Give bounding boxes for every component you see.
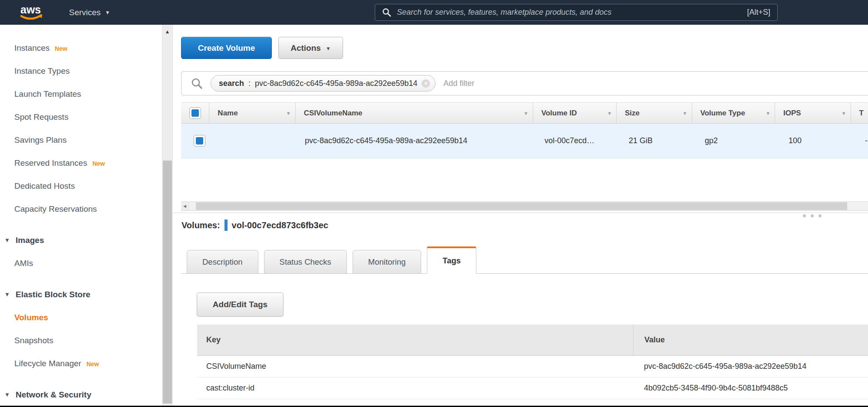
scroll-up-icon[interactable]: ▲ bbox=[162, 29, 172, 35]
volumes-table: Name ▼ CSIVolumeName ▼ Volume ID ▼ Size … bbox=[181, 102, 868, 158]
add-edit-tags-button[interactable]: Add/Edit Tags bbox=[197, 292, 284, 317]
sort-caret-icon[interactable]: ▼ bbox=[766, 111, 770, 116]
sidebar-item-lifecycle-manager[interactable]: Lifecycle Manager New bbox=[0, 352, 162, 375]
tag-row[interactable]: cast:cluster-id 4b092cb5-3458-4f90-9b4c-… bbox=[197, 377, 868, 399]
new-badge: New bbox=[55, 45, 67, 52]
active-filter-tag[interactable]: search : pvc-8ac9d62c-c645-495a-989a-ac2… bbox=[211, 75, 436, 92]
select-all-checkbox[interactable] bbox=[189, 107, 201, 119]
sidebar-item-instances[interactable]: Instances New bbox=[0, 36, 162, 59]
tab-monitoring[interactable]: Monitoring bbox=[353, 250, 421, 274]
row-select-cell bbox=[181, 135, 210, 147]
column-header-volume-id[interactable]: Volume ID ▼ bbox=[533, 103, 617, 123]
select-all-cell bbox=[181, 103, 209, 123]
actions-caret-icon: ▼ bbox=[326, 46, 331, 52]
sort-caret-icon[interactable]: ▼ bbox=[607, 111, 612, 116]
tag-row[interactable]: CSIVolumeName pvc-8ac9d62c-c645-495a-989… bbox=[197, 356, 868, 377]
column-label: IOPS bbox=[783, 109, 839, 118]
sidebar-section-images[interactable]: ▼ Images bbox=[0, 229, 162, 252]
sidebar-item-instance-types[interactable]: Instance Types bbox=[0, 59, 162, 82]
global-search-box[interactable]: [Alt+S] bbox=[375, 4, 778, 21]
global-search-input[interactable] bbox=[397, 8, 741, 17]
sidebar-item-capacity-reservations[interactable]: Capacity Reservations bbox=[0, 197, 162, 220]
sidebar-item-savings-plans[interactable]: Savings Plans bbox=[0, 128, 162, 151]
volumes-filter-bar[interactable]: search : pvc-8ac9d62c-c645-495a-989a-ac2… bbox=[181, 71, 868, 95]
sidebar-scrollbar-thumb[interactable] bbox=[163, 161, 172, 404]
column-header-size[interactable]: Size ▼ bbox=[617, 103, 692, 123]
sidebar-section-network-security[interactable]: ▼ Network & Security bbox=[0, 383, 162, 406]
tags-table: Key Value CSIVolumeName pvc-8ac9d62c-c64… bbox=[197, 325, 868, 399]
section-caret-icon: ▼ bbox=[4, 391, 16, 398]
sort-caret-icon[interactable]: ▼ bbox=[286, 111, 291, 116]
services-menu[interactable]: Services ▼ bbox=[69, 0, 110, 25]
sidebar-item-label: Instances bbox=[14, 43, 50, 53]
sidebar-item-label: Spot Requests bbox=[14, 112, 69, 122]
sidebar-section-label: Elastic Block Store bbox=[16, 290, 90, 299]
sidebar-item-amis[interactable]: AMIs bbox=[0, 252, 162, 275]
pane-divider bbox=[173, 213, 868, 213]
sidebar-item-snapshots[interactable]: Snapshots bbox=[0, 329, 162, 352]
scroll-left-icon[interactable]: ◀ bbox=[181, 202, 189, 210]
tab-status-checks[interactable]: Status Checks bbox=[264, 250, 347, 274]
filter-key: search bbox=[219, 79, 244, 88]
sidebar-scrollbar[interactable]: ▲ bbox=[162, 25, 173, 406]
tag-key: cast:cluster-id bbox=[197, 384, 633, 393]
tag-value: pvc-8ac9d62c-c645-495a-989a-ac292ee59b14 bbox=[633, 362, 868, 371]
sidebar-item-launch-templates[interactable]: Launch Templates bbox=[0, 82, 162, 105]
filter-value: pvc-8ac9d62c-c645-495a-989a-ac292ee59b14 bbox=[255, 79, 417, 88]
sort-caret-icon[interactable]: ▼ bbox=[524, 111, 528, 116]
column-header-csivolumename[interactable]: CSIVolumeName ▼ bbox=[296, 103, 533, 123]
volumes-table-header: Name ▼ CSIVolumeName ▼ Volume ID ▼ Size … bbox=[181, 102, 868, 124]
sidebar-item-label: AMIs bbox=[14, 259, 33, 268]
search-icon bbox=[382, 8, 391, 17]
filter-separator: : bbox=[248, 79, 251, 88]
filter-remove-icon[interactable]: × bbox=[422, 79, 430, 88]
column-label: Name bbox=[218, 109, 283, 118]
sidebar-section-label: Images bbox=[16, 236, 44, 245]
volume-table-row[interactable]: pvc-8ac9d62c-c645-495a-989a-ac292ee59b14… bbox=[181, 124, 868, 158]
column-label: T bbox=[859, 109, 864, 118]
column-label: Volume ID bbox=[541, 109, 605, 118]
detail-volume-id: vol-00c7ecd873c6fb3ec bbox=[232, 220, 328, 230]
column-label: Size bbox=[625, 109, 680, 118]
sort-caret-icon[interactable]: ▼ bbox=[683, 111, 687, 116]
actions-button[interactable]: Actions ▼ bbox=[278, 37, 343, 59]
sidebar-item-label: Lifecycle Manager bbox=[14, 359, 81, 368]
column-header-iops[interactable]: IOPS ▼ bbox=[775, 103, 851, 123]
tab-description[interactable]: Description bbox=[187, 250, 258, 274]
ec2-sidebar: Instances New Instance Types Launch Temp… bbox=[0, 25, 162, 406]
horizontal-scrollbar-thumb[interactable] bbox=[196, 202, 847, 210]
cell-size: 21 GiB bbox=[620, 136, 696, 145]
column-header-throughput[interactable]: T bbox=[851, 103, 868, 123]
pane-resize-handle-icon[interactable] bbox=[803, 214, 822, 217]
column-label: Volume Type bbox=[700, 109, 763, 118]
section-caret-icon: ▼ bbox=[4, 291, 16, 298]
sidebar-section-elastic-block-store[interactable]: ▼ Elastic Block Store bbox=[0, 283, 162, 306]
create-volume-button[interactable]: Create Volume bbox=[181, 37, 272, 59]
text-cursor-bar bbox=[224, 220, 228, 231]
sidebar-item-label: Instance Types bbox=[14, 66, 69, 76]
search-shortcut-hint: [Alt+S] bbox=[747, 8, 770, 17]
new-badge: New bbox=[92, 160, 105, 167]
sidebar-item-volumes[interactable]: Volumes bbox=[0, 306, 162, 329]
sidebar-item-label: Snapshots bbox=[14, 336, 53, 345]
column-header-volume-type[interactable]: Volume Type ▼ bbox=[692, 103, 775, 123]
row-checkbox[interactable] bbox=[194, 135, 205, 147]
aws-logo[interactable]: aws bbox=[20, 4, 44, 23]
tags-table-header: Key Value bbox=[197, 325, 868, 356]
table-horizontal-scrollbar[interactable]: ◀ bbox=[181, 201, 868, 211]
new-badge: New bbox=[86, 361, 99, 368]
sidebar-item-dedicated-hosts[interactable]: Dedicated Hosts bbox=[0, 174, 162, 197]
actions-label: Actions bbox=[290, 43, 321, 53]
sidebar-item-reserved-instances[interactable]: Reserved Instances New bbox=[0, 151, 162, 174]
sidebar-item-label: Launch Templates bbox=[14, 89, 81, 99]
add-filter-field[interactable]: Add filter bbox=[443, 79, 474, 88]
section-caret-icon: ▼ bbox=[4, 237, 16, 243]
services-caret-icon: ▼ bbox=[105, 10, 110, 16]
sort-caret-icon[interactable]: ▼ bbox=[842, 111, 846, 116]
sidebar-item-spot-requests[interactable]: Spot Requests bbox=[0, 105, 162, 128]
tab-tags[interactable]: Tags bbox=[427, 246, 476, 274]
column-label: CSIVolumeName bbox=[304, 109, 521, 118]
column-header-name[interactable]: Name ▼ bbox=[209, 103, 295, 123]
volumes-main-pane: Create Volume Actions ▼ search : pvc-8ac… bbox=[173, 25, 868, 406]
sidebar-section-label: Network & Security bbox=[16, 390, 91, 400]
